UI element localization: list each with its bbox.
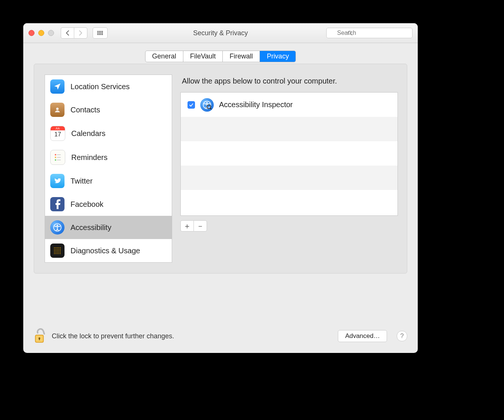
- sidebar-item-location-services[interactable]: Location Services: [45, 75, 172, 98]
- svg-point-44: [56, 253, 56, 254]
- svg-point-35: [57, 250, 58, 251]
- app-row[interactable]: Accessibility Inspector: [181, 93, 398, 117]
- svg-point-14: [56, 108, 59, 110]
- svg-point-46: [58, 253, 59, 254]
- svg-point-34: [56, 250, 56, 251]
- tab-privacy[interactable]: Privacy: [260, 51, 296, 62]
- svg-point-26: [58, 247, 59, 248]
- svg-point-0: [98, 31, 99, 32]
- svg-point-4: [98, 33, 99, 34]
- svg-point-9: [99, 34, 100, 35]
- svg-point-30: [57, 249, 58, 250]
- window-traffic-lights: [28, 30, 54, 36]
- svg-point-31: [58, 249, 59, 250]
- svg-point-43: [54, 253, 55, 254]
- sidebar-item-twitter[interactable]: Twitter: [45, 169, 172, 193]
- zoom-window-button[interactable]: [48, 30, 54, 36]
- back-button[interactable]: [61, 27, 74, 39]
- svg-point-47: [60, 253, 61, 254]
- svg-point-11: [102, 34, 103, 35]
- svg-point-42: [60, 252, 61, 253]
- privacy-category-list[interactable]: Location Services Contacts JUL 17 Calend…: [45, 75, 172, 263]
- accessibility-icon: [50, 220, 64, 235]
- svg-point-45: [57, 253, 58, 254]
- svg-point-27: [60, 247, 61, 248]
- sidebar-item-calendars[interactable]: JUL 17 Calendars: [45, 121, 172, 145]
- sidebar-item-reminders[interactable]: Reminders: [45, 145, 172, 169]
- app-row-empty: [181, 166, 398, 190]
- svg-point-39: [56, 252, 56, 253]
- calendar-icon: JUL 17: [50, 126, 65, 141]
- search-input[interactable]: [326, 28, 412, 38]
- svg-point-2: [100, 31, 102, 32]
- search-container: [326, 28, 412, 38]
- svg-point-23: [54, 247, 55, 248]
- sidebar-item-label: Twitter: [70, 177, 93, 185]
- app-row-empty: [181, 190, 398, 214]
- tab-general[interactable]: General: [146, 51, 183, 62]
- minimize-window-button[interactable]: [38, 30, 44, 36]
- nav-buttons: [61, 27, 87, 39]
- remove-app-button[interactable]: －: [194, 220, 207, 232]
- svg-point-32: [60, 249, 61, 250]
- footer: Click the lock to prevent further change…: [23, 321, 418, 353]
- facebook-icon: [50, 197, 64, 211]
- svg-point-16: [55, 157, 56, 158]
- sidebar-item-label: Accessibility: [70, 223, 111, 232]
- pane-heading: Allow the apps below to control your com…: [182, 77, 396, 85]
- accessibility-inspector-icon: [200, 98, 214, 112]
- tab-bar: General FileVault Firewall Privacy: [145, 51, 296, 62]
- app-name: Accessibility Inspector: [219, 100, 293, 109]
- location-icon: [50, 79, 64, 94]
- tab-firewall[interactable]: Firewall: [223, 51, 260, 62]
- sidebar-item-contacts[interactable]: Contacts: [45, 98, 172, 121]
- svg-point-24: [56, 247, 56, 248]
- svg-point-17: [55, 159, 56, 161]
- forward-button[interactable]: [74, 27, 87, 39]
- svg-rect-55: [39, 338, 40, 340]
- svg-point-37: [60, 250, 61, 251]
- svg-point-49: [206, 102, 208, 103]
- svg-point-36: [58, 250, 59, 251]
- sidebar-item-diagnostics[interactable]: Diagnostics & Usage: [45, 239, 172, 262]
- allowed-apps-list[interactable]: Accessibility Inspector: [180, 92, 398, 216]
- tab-filevault[interactable]: FileVault: [183, 51, 223, 62]
- diagnostics-icon: [50, 244, 64, 258]
- svg-point-28: [54, 249, 55, 250]
- accessibility-pane: Allow the apps below to control your com…: [180, 75, 398, 263]
- add-app-button[interactable]: ＋: [180, 220, 194, 232]
- svg-point-8: [98, 34, 99, 35]
- svg-line-51: [210, 108, 212, 109]
- svg-point-3: [102, 31, 103, 32]
- twitter-icon: [50, 174, 64, 188]
- svg-point-7: [102, 33, 103, 34]
- lock-button[interactable]: [34, 328, 46, 344]
- svg-point-5: [99, 33, 100, 34]
- svg-point-6: [100, 33, 102, 34]
- reminders-icon: [50, 150, 65, 165]
- sidebar-item-label: Facebook: [70, 200, 104, 209]
- app-checkbox[interactable]: [188, 101, 195, 109]
- svg-point-33: [54, 250, 55, 251]
- help-button[interactable]: ?: [397, 331, 407, 341]
- contacts-icon: [50, 103, 64, 117]
- sidebar-item-accessibility[interactable]: Accessibility: [45, 216, 172, 239]
- advanced-button[interactable]: Advanced…: [338, 330, 387, 342]
- show-all-button[interactable]: [93, 27, 108, 39]
- titlebar: Security & Privacy: [23, 23, 418, 43]
- sidebar-item-label: Diagnostics & Usage: [70, 247, 140, 255]
- sidebar-item-label: Contacts: [70, 106, 100, 114]
- svg-point-29: [56, 249, 56, 250]
- sidebar-item-label: Reminders: [71, 153, 108, 162]
- svg-point-25: [57, 247, 58, 248]
- svg-point-38: [54, 252, 55, 253]
- svg-point-10: [100, 34, 102, 35]
- svg-point-15: [55, 154, 56, 155]
- svg-point-22: [57, 225, 58, 226]
- close-window-button[interactable]: [28, 30, 34, 36]
- unlocked-padlock-icon: [34, 328, 46, 344]
- svg-point-41: [58, 252, 59, 253]
- svg-point-1: [99, 31, 100, 32]
- app-row-empty: [181, 117, 398, 141]
- sidebar-item-facebook[interactable]: Facebook: [45, 193, 172, 216]
